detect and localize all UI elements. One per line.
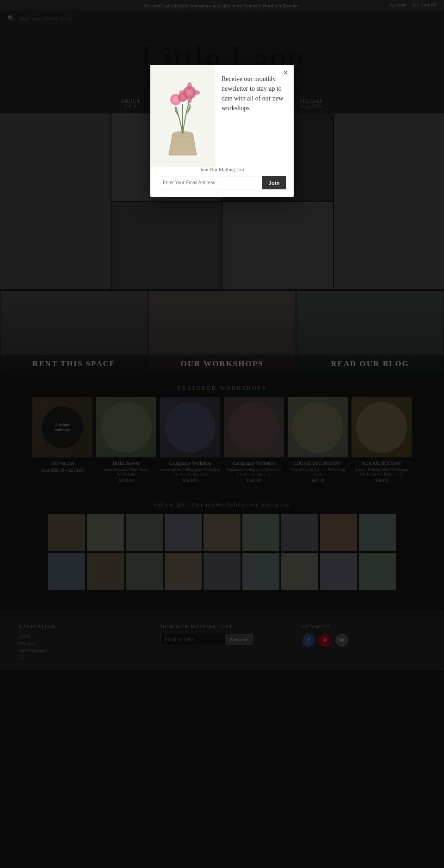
modal-join-button[interactable]: Join — [262, 176, 286, 189]
modal-headline: Receive our monthly newsletter to stay u… — [222, 74, 287, 113]
modal-email-input[interactable] — [158, 176, 262, 189]
modal-text-section: Receive our monthly newsletter to stay u… — [215, 65, 294, 167]
modal-bottom-section: Join Our Mailing List Join — [150, 167, 294, 197]
flower-illustration — [155, 74, 210, 157]
svg-point-2 — [173, 96, 179, 103]
modal-top-section: Receive our monthly newsletter to stay u… — [150, 65, 294, 167]
modal-mailing-label: Join Our Mailing List — [158, 167, 286, 172]
newsletter-modal: × — [150, 65, 294, 197]
svg-point-7 — [187, 82, 192, 90]
modal-close-button[interactable]: × — [283, 69, 288, 77]
modal-email-row: Join — [158, 176, 286, 189]
svg-point-8 — [192, 90, 200, 95]
modal-image-section — [150, 65, 215, 167]
svg-point-6 — [180, 94, 185, 100]
svg-point-10 — [179, 90, 187, 95]
modal-overlay: × — [0, 0, 444, 868]
svg-point-9 — [187, 95, 192, 103]
